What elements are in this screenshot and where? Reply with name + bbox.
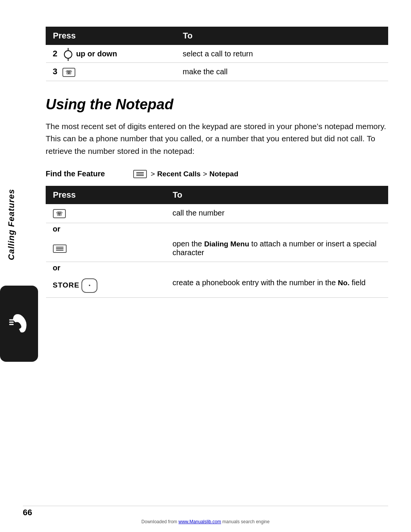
or-label2: or xyxy=(46,262,388,274)
find-feature-row: Find the Feature > Recent Calls > Notepa… xyxy=(46,169,388,178)
svg-rect-6 xyxy=(56,247,64,248)
table-row: 3 ☏ make the call xyxy=(46,63,388,81)
svg-rect-5 xyxy=(136,175,144,176)
find-feature-label: Find the Feature xyxy=(46,169,122,178)
path-arrow: > xyxy=(151,170,155,178)
nav-circle-icon xyxy=(64,50,72,59)
table-row: open the Dialing Menu to attach a number… xyxy=(46,235,388,262)
path-arrow2: > xyxy=(203,170,207,178)
or-row: or xyxy=(46,223,388,235)
press-send-key: ☏ xyxy=(46,204,166,223)
send-key-icon: ☏ xyxy=(62,68,75,77)
find-feature-path: > Recent Calls > Notepad xyxy=(133,170,238,178)
svg-rect-3 xyxy=(136,172,144,173)
footer: 66 Downloaded from www.Manualslib.com ma… xyxy=(0,503,411,524)
footer-divider xyxy=(23,506,388,506)
menu-icon xyxy=(133,170,147,178)
page-number: 66 xyxy=(23,508,32,517)
footer-link[interactable]: www.Manualslib.com xyxy=(178,519,221,524)
svg-rect-4 xyxy=(136,174,144,174)
row1-to: select a call to return xyxy=(176,45,388,63)
recent-calls-text: Recent Calls xyxy=(157,170,201,178)
phone-icon-block xyxy=(0,286,38,362)
bottom-table-to-header: To xyxy=(166,186,388,204)
row2-to: make the call xyxy=(176,63,388,81)
top-press-table: Press To 2 up or down select a call to r… xyxy=(46,27,388,81)
press-store-key: STORE xyxy=(46,274,166,298)
dialing-menu-bold: Dialing Menu xyxy=(204,240,249,248)
table-row: STORE create a phonebook entry with the … xyxy=(46,274,388,298)
notepad-text: Notepad xyxy=(209,170,238,178)
press-menu-key xyxy=(46,235,166,262)
or-label: or xyxy=(46,223,388,235)
main-content: Press To 2 up or down select a call to r… xyxy=(46,15,388,298)
row1-press-text: up or down xyxy=(76,50,117,58)
to-call-number: call the number xyxy=(166,204,388,223)
table-row: 2 up or down select a call to return xyxy=(46,45,388,63)
table-row: ☏ call the number xyxy=(46,204,388,223)
top-table-to-header: To xyxy=(176,27,388,45)
row1-press: 2 up or down xyxy=(46,45,176,63)
to-phonebook: create a phonebook entry with the number… xyxy=(166,274,388,298)
row2-press: 3 ☏ xyxy=(46,63,176,81)
to-dialing-menu: open the Dialing Menu to attach a number… xyxy=(166,235,388,262)
svg-rect-7 xyxy=(56,248,64,249)
send-key-icon2: ☏ xyxy=(53,209,66,218)
store-text: STORE xyxy=(53,281,80,289)
no-field-bold: No. xyxy=(338,279,350,287)
bottom-press-table: Press To ☏ call the number or xyxy=(46,186,388,298)
phone-icon xyxy=(7,308,32,339)
top-table-press-header: Press xyxy=(46,27,176,45)
body-text: The most recent set of digits entered on… xyxy=(46,120,388,158)
store-oval-icon xyxy=(81,278,97,293)
bottom-table-press-header: Press xyxy=(46,186,166,204)
or-row2: or xyxy=(46,262,388,274)
page-wrapper: Calling Features Press To xyxy=(0,0,411,532)
section-title: Using the Notepad xyxy=(46,96,388,113)
menu-key-icon xyxy=(53,244,67,253)
sidebar-label: Calling Features xyxy=(0,145,23,305)
footer-text: Downloaded from www.Manualslib.com manua… xyxy=(23,519,388,524)
svg-rect-8 xyxy=(56,250,64,251)
